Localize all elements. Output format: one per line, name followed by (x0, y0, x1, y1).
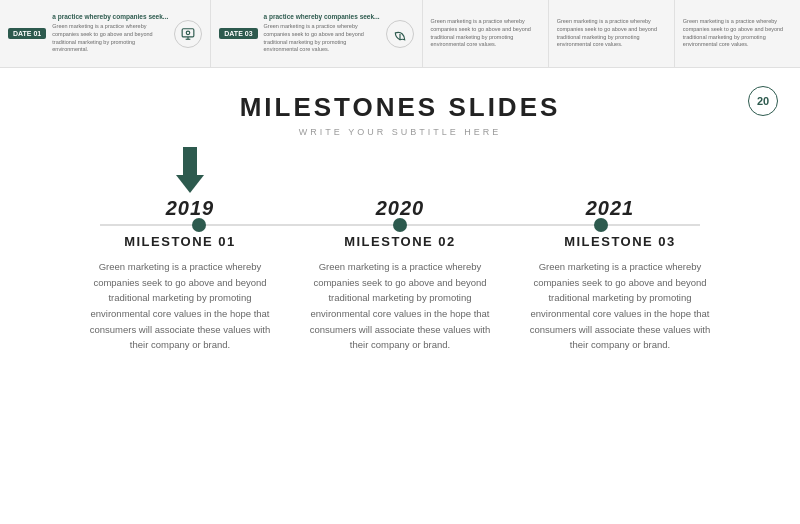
year-row: 2019 2020 2021 (40, 147, 760, 224)
year-label-2019: 2019 (166, 197, 215, 220)
milestone-desc-2: Green marketing is a practice whereby co… (300, 259, 500, 353)
main-content: 20 MILESTONES SLIDES WRITE YOUR SUBTITLE… (0, 68, 800, 524)
top-desc-5: Green marketing is a practice whereby co… (683, 18, 792, 49)
date-badge-1: DATE 01 (8, 28, 46, 39)
milestone-title-3: MILESTONE 03 (564, 234, 676, 249)
leaf-icon (393, 27, 407, 41)
top-strip-item-4: Green marketing is a practice whereby co… (549, 0, 675, 67)
arrow-head (176, 175, 204, 193)
timeline-line (100, 224, 700, 226)
top-desc-1: Green marketing is a practice whereby co… (52, 23, 168, 54)
arrow-shaft (183, 147, 197, 175)
slide-subtitle: WRITE YOUR SUBTITLE HERE (299, 127, 501, 137)
timeline-section: 2019 2020 2021 MILESTONE 01 Gr (40, 147, 760, 353)
down-arrow (176, 147, 204, 193)
top-desc-2: Green marketing is a practice whereby co… (264, 23, 380, 54)
monitor-icon (181, 27, 195, 41)
milestone-title-1: MILESTONE 01 (124, 234, 236, 249)
top-strip-item-3: Green marketing is a practice whereby co… (423, 0, 549, 67)
year-item-2021: 2021 (520, 197, 700, 224)
slide-title: MILESTONES SLIDES (240, 92, 561, 123)
milestone-card-1: MILESTONE 01 Green marketing is a practi… (80, 234, 280, 353)
svg-rect-0 (182, 28, 194, 36)
timeline-line-row (40, 224, 760, 226)
year-item-2019: 2019 (100, 147, 280, 224)
milestone-desc-3: Green marketing is a practice whereby co… (520, 259, 720, 353)
timeline-dot-1 (192, 218, 206, 232)
date-badge-2: DATE 03 (219, 28, 257, 39)
top-desc-3: Green marketing is a practice whereby co… (431, 18, 540, 49)
milestone-title-2: MILESTONE 02 (344, 234, 456, 249)
timeline-dot-2 (393, 218, 407, 232)
top-strip-item-2: DATE 03 a practice whereby companies see… (211, 0, 422, 67)
milestone-card-2: MILESTONE 02 Green marketing is a practi… (300, 234, 500, 353)
top-label-1: a practice whereby companies seek... (52, 13, 168, 20)
top-strip-item-5: Green marketing is a practice whereby co… (675, 0, 800, 67)
milestone-row: MILESTONE 01 Green marketing is a practi… (40, 234, 760, 353)
leaf-icon-container (386, 20, 414, 48)
milestone-card-3: MILESTONE 03 Green marketing is a practi… (520, 234, 720, 353)
top-strip-item-1: DATE 01 a practice whereby companies see… (0, 0, 211, 67)
timeline-dot-3 (594, 218, 608, 232)
year-label-2021: 2021 (586, 197, 635, 220)
top-strip: DATE 01 a practice whereby companies see… (0, 0, 800, 68)
milestone-desc-1: Green marketing is a practice whereby co… (80, 259, 280, 353)
svg-point-3 (187, 31, 191, 34)
monitor-icon-container (174, 20, 202, 48)
top-label-2: a practice whereby companies seek... (264, 13, 380, 20)
top-desc-4: Green marketing is a practice whereby co… (557, 18, 666, 49)
page-number: 20 (748, 86, 778, 116)
year-label-2020: 2020 (376, 197, 425, 220)
